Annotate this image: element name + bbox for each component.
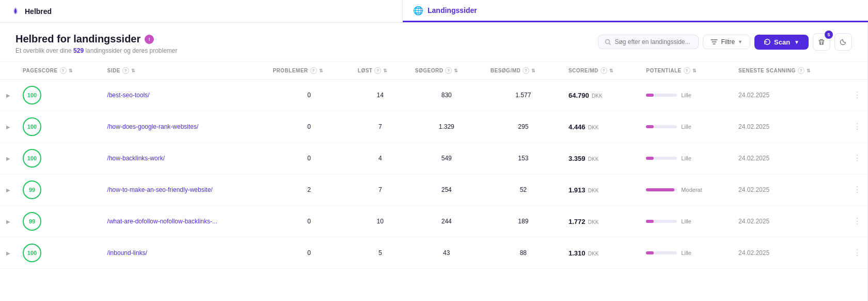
seneste-help-icon[interactable]: ?	[798, 67, 804, 74]
date-cell: 24.02.2025	[732, 237, 847, 269]
expand-cell: ▶	[0, 111, 17, 143]
potentiale-help-icon[interactable]: ?	[684, 67, 690, 74]
potential-bar-fill	[646, 251, 654, 254]
soegeord-cell: 43	[409, 237, 484, 269]
expand-cell: ▶	[0, 143, 17, 174]
besog-help-icon[interactable]: ?	[523, 67, 529, 74]
score-unit: DKK	[588, 125, 599, 130]
besog-cell: 189	[484, 206, 562, 237]
expand-button[interactable]: ▶	[6, 219, 10, 224]
potential-bar-wrap: Lille	[646, 124, 726, 130]
row-actions-button[interactable]: ⋮	[853, 217, 861, 225]
url-cell: /what-are-dofollow-nofollow-backlinks-..…	[101, 206, 267, 237]
lost-cell: 14	[352, 80, 409, 111]
table-row: ▶ 99 /how-to-make-an-seo-friendly-websit…	[0, 174, 867, 206]
score-value: 4.446	[569, 123, 586, 131]
scan-label: Scan	[774, 38, 790, 46]
pagescore-sort-icon[interactable]: ⇅	[69, 68, 73, 73]
row-actions-button[interactable]: ⋮	[853, 185, 861, 194]
date-cell: 24.02.2025	[732, 206, 847, 237]
page-link[interactable]: /inbound-links/	[107, 249, 147, 257]
moon-icon	[840, 38, 847, 46]
date-cell: 24.02.2025	[732, 174, 847, 206]
score-cell: 99	[17, 174, 101, 206]
logo-icon	[10, 6, 21, 17]
filter-icon	[711, 38, 718, 46]
side-sort-icon[interactable]: ⇅	[131, 68, 136, 73]
expand-button[interactable]: ▶	[6, 93, 10, 98]
url-cell: /how-does-google-rank-websites/	[101, 111, 267, 143]
search-box[interactable]	[598, 35, 699, 49]
score-unit: DKK	[592, 93, 603, 99]
filter-button[interactable]: Filtre ▼	[703, 35, 750, 49]
potential-bar-bg	[646, 157, 677, 160]
lost-cell: 4	[352, 143, 409, 174]
expand-button[interactable]: ▶	[6, 124, 10, 130]
score-unit: DKK	[588, 219, 599, 225]
lost-cell: 7	[352, 111, 409, 143]
toolbar: Filtre ▼ Scan ▼ 5	[598, 33, 852, 51]
trash-button[interactable]: 5	[813, 33, 830, 51]
expand-button[interactable]: ▶	[6, 250, 10, 256]
seneste-sort-icon[interactable]: ⇅	[807, 68, 811, 73]
page-link[interactable]: /how-does-google-rank-websites/	[107, 123, 199, 130]
badge-count: 5	[825, 31, 833, 39]
potential-label: Moderat	[681, 187, 702, 193]
problemer-cell: 0	[266, 111, 352, 143]
potentiale-sort-icon[interactable]: ⇅	[692, 68, 697, 73]
score-circle: 100	[23, 117, 41, 136]
soegeord-help-icon[interactable]: ?	[445, 67, 452, 74]
scan-button[interactable]: Scan ▼	[754, 35, 809, 50]
expand-button[interactable]: ▶	[6, 187, 10, 193]
potential-bar-fill	[646, 188, 674, 191]
score-md-sort-icon[interactable]: ⇅	[609, 68, 614, 73]
page-link[interactable]: /what-are-dofollow-nofollow-backlinks-..…	[107, 218, 217, 225]
table-row: ▶ 100 /how-does-google-rank-websites/ 0 …	[0, 111, 867, 143]
table-row: ▶ 100 /best-seo-tools/ 0 14 830 1.577 64…	[0, 80, 867, 111]
notification-dot: !	[145, 35, 154, 44]
potential-bar-wrap: Moderat	[646, 187, 726, 193]
expand-cell: ▶	[0, 206, 17, 237]
date-cell: 24.02.2025	[732, 111, 847, 143]
problemer-sort-icon[interactable]: ⇅	[319, 68, 324, 73]
potential-bar-fill	[646, 157, 654, 160]
soegeord-sort-icon[interactable]: ⇅	[454, 68, 459, 73]
pagescore-help-icon[interactable]: ?	[60, 67, 67, 74]
row-actions-button[interactable]: ⋮	[853, 122, 861, 131]
row-actions-button[interactable]: ⋮	[853, 248, 861, 257]
search-input[interactable]	[614, 38, 692, 46]
nav-right-label-text: Landingssider	[428, 6, 477, 14]
lost-help-icon[interactable]: ?	[374, 67, 381, 74]
potentiale-cell: Moderat	[640, 174, 732, 206]
moon-button[interactable]	[834, 33, 852, 51]
score-cell: 100	[17, 237, 101, 269]
date-cell: 24.02.2025	[732, 80, 847, 111]
problemer-cell: 2	[266, 174, 352, 206]
side-help-icon[interactable]: ?	[122, 67, 129, 74]
score-md-help-icon[interactable]: ?	[601, 67, 607, 74]
potential-label: Lille	[681, 92, 691, 98]
nav-logo[interactable]: Helbred	[10, 6, 52, 17]
potential-bar-fill	[646, 220, 654, 223]
potentiale-cell: Lille	[640, 237, 732, 269]
potential-bar-bg	[646, 251, 677, 254]
page-link[interactable]: /how-to-make-an-seo-friendly-website/	[107, 186, 213, 193]
page-link[interactable]: /best-seo-tools/	[107, 92, 150, 99]
globe-icon: 🌐	[413, 6, 423, 16]
expand-button[interactable]: ▶	[6, 156, 10, 161]
actions-cell: ⋮	[847, 206, 867, 237]
score-value: 64.790	[569, 92, 589, 99]
besog-cell: 153	[484, 143, 562, 174]
score-md-cell: 1.310 DKK	[562, 237, 640, 269]
score-value: 1.772	[569, 218, 586, 225]
page-link[interactable]: /how-backlinks-work/	[107, 155, 165, 162]
potential-bar-fill	[646, 94, 654, 97]
url-cell: /best-seo-tools/	[101, 80, 267, 111]
lost-sort-icon[interactable]: ⇅	[383, 68, 388, 73]
besog-sort-icon[interactable]: ⇅	[531, 68, 536, 73]
row-actions-button[interactable]: ⋮	[853, 154, 861, 162]
problemer-help-icon[interactable]: ?	[310, 67, 317, 74]
main-content: Helbred for landingssider ! Et overblik …	[0, 23, 868, 301]
actions-cell: ⋮	[847, 111, 867, 143]
row-actions-button[interactable]: ⋮	[853, 91, 861, 99]
